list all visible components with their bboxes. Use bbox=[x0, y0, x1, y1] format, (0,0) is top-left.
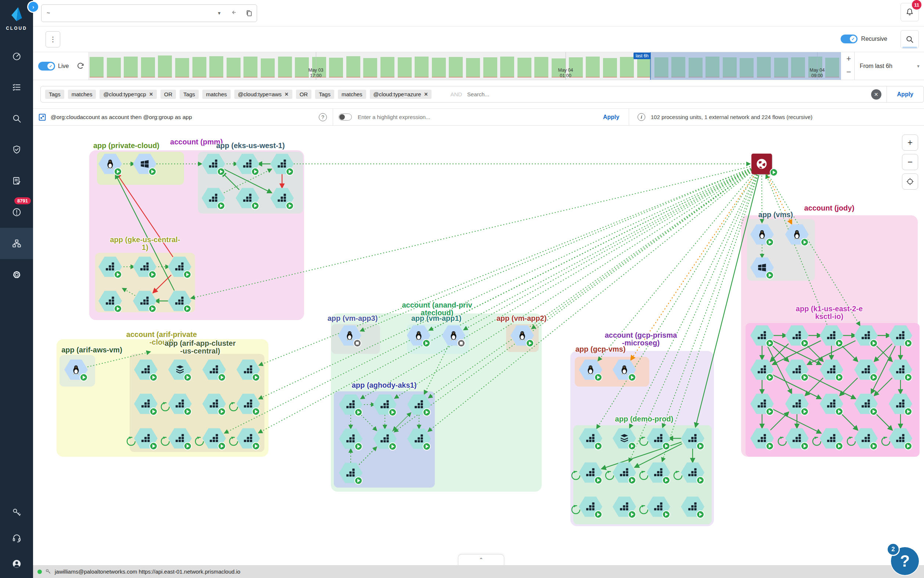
sidebar-item-reports[interactable] bbox=[0, 166, 33, 196]
chip-remove-icon[interactable]: ✕ bbox=[285, 91, 289, 97]
node-workload-arif-app-cluster-us-central[interactable] bbox=[202, 428, 226, 449]
node-workload-demo-prod[interactable] bbox=[647, 428, 670, 449]
node-workload-k1-us-east-2-e-ksctl-io[interactable] bbox=[785, 359, 809, 380]
node-workload-aghody-aks1[interactable] bbox=[407, 394, 431, 415]
node-linux-vm-app1[interactable] bbox=[407, 325, 430, 346]
sidebar-item-dashboard[interactable] bbox=[0, 41, 33, 71]
node-workload-k1-us-east-2-e-ksctl-io[interactable] bbox=[785, 428, 809, 449]
copy-button[interactable] bbox=[245, 9, 253, 17]
node-windows-vms[interactable] bbox=[750, 257, 774, 278]
node-workload-k1-us-east-2-e-ksctl-io[interactable] bbox=[785, 325, 809, 346]
canvas-zoom-in-button[interactable]: + bbox=[902, 135, 918, 151]
timeline-zoom-in-button[interactable]: + bbox=[843, 52, 854, 65]
node-workload-demo-prod[interactable] bbox=[681, 462, 704, 483]
refresh-button[interactable] bbox=[76, 61, 85, 71]
highlight-toggle[interactable] bbox=[338, 114, 352, 120]
node-workload-demo-prod[interactable] bbox=[647, 462, 670, 483]
query-apply-button[interactable]: Apply bbox=[603, 114, 619, 120]
node-stack-arif-app-cluster-us-central[interactable] bbox=[168, 359, 192, 380]
node-workload-demo-prod[interactable] bbox=[681, 428, 704, 449]
sidebar-item-investigate[interactable] bbox=[0, 103, 33, 134]
node-workload-aghody-aks1[interactable] bbox=[339, 429, 362, 449]
brand-logo[interactable]: CLOUD bbox=[6, 0, 27, 31]
node-workload-k1-us-east-2-e-ksctl-io[interactable] bbox=[750, 325, 774, 346]
filter-chip[interactable]: matches bbox=[68, 90, 96, 99]
sidebar-expand-button[interactable]: › bbox=[28, 2, 38, 12]
node-workload-gke-us-central-1[interactable] bbox=[133, 257, 157, 277]
node-linux-vm-app1[interactable] bbox=[442, 325, 465, 346]
node-workload-demo-prod[interactable] bbox=[681, 497, 704, 517]
internet-node[interactable] bbox=[751, 154, 772, 174]
node-workload-demo-prod[interactable] bbox=[579, 462, 602, 483]
node-workload-eks-us-west-1[interactable] bbox=[270, 154, 294, 174]
node-workload-k1-us-east-2-e-ksctl-io[interactable] bbox=[820, 359, 843, 380]
canvas-zoom-out-button[interactable]: − bbox=[902, 154, 918, 170]
node-workload-gke-us-central-1[interactable] bbox=[99, 257, 122, 277]
sidebar-item-inventory[interactable] bbox=[0, 71, 33, 103]
chip-remove-icon[interactable]: ✕ bbox=[424, 91, 428, 97]
node-linux-vm-app2[interactable] bbox=[510, 325, 534, 346]
node-workload-gke-us-central-1[interactable] bbox=[168, 291, 191, 311]
node-workload-arif-app-cluster-us-central[interactable] bbox=[134, 428, 157, 449]
node-workload-k1-us-east-2-e-ksctl-io[interactable] bbox=[750, 393, 774, 414]
node-workload-aghody-aks1[interactable] bbox=[407, 429, 431, 449]
help-button[interactable]: ? 2 bbox=[891, 547, 919, 575]
filter-chip[interactable]: OR bbox=[160, 90, 176, 99]
node-workload-gke-us-central-1[interactable] bbox=[99, 291, 122, 311]
node-workload-k1-us-east-2-e-ksctl-io[interactable] bbox=[854, 325, 878, 346]
recursive-toggle[interactable]: ✓ bbox=[841, 34, 858, 43]
node-workload-k1-us-east-2-e-ksctl-io[interactable] bbox=[854, 393, 878, 414]
filter-chip[interactable]: OR bbox=[296, 90, 312, 99]
node-workload-k1-us-east-2-e-ksctl-io[interactable] bbox=[854, 428, 878, 449]
node-linux-gcp-vms[interactable] bbox=[613, 359, 636, 380]
node-workload-arif-app-cluster-us-central[interactable] bbox=[202, 393, 226, 414]
node-stack-demo-prod[interactable] bbox=[613, 428, 636, 449]
node-workload-gke-us-central-1[interactable] bbox=[168, 257, 191, 277]
node-workload-k1-us-east-2-e-ksctl-io[interactable] bbox=[854, 359, 878, 380]
node-workload-k1-us-east-2-e-ksctl-io[interactable] bbox=[750, 359, 774, 380]
filter-value-chip[interactable]: @cloud:type=gcp✕ bbox=[100, 90, 157, 99]
notifications-button[interactable]: 11 bbox=[900, 3, 919, 21]
live-toggle[interactable]: ✓ bbox=[38, 62, 55, 71]
node-workload-demo-prod[interactable] bbox=[579, 428, 602, 449]
node-workload-aghody-aks1[interactable] bbox=[339, 463, 362, 483]
node-workload-arif-app-cluster-us-central[interactable] bbox=[236, 393, 260, 414]
filter-bar[interactable]: Tagsmatches@cloud:type=gcp✕ORTagsmatches… bbox=[40, 86, 924, 102]
node-linux-gcp-vms[interactable] bbox=[579, 359, 602, 380]
sidebar-item-profile[interactable] bbox=[0, 551, 33, 576]
more-options-button[interactable]: ⋮ bbox=[45, 31, 60, 47]
chip-remove-icon[interactable]: ✕ bbox=[149, 91, 153, 97]
sidebar-item-compliance[interactable] bbox=[0, 134, 33, 166]
node-workload-k1-us-east-2-e-ksctl-io[interactable] bbox=[785, 393, 809, 414]
filter-chip[interactable]: matches bbox=[338, 90, 366, 99]
graph-search-button[interactable] bbox=[900, 30, 919, 49]
saved-view-dropdown[interactable]: ~ ▼ bbox=[41, 5, 257, 22]
time-range-dropdown[interactable]: From last 6h ▼ bbox=[854, 52, 924, 80]
node-linux-vms[interactable] bbox=[750, 224, 774, 245]
filter-chip[interactable]: Tags bbox=[45, 90, 64, 99]
canvas-center-button[interactable] bbox=[902, 174, 918, 190]
node-linux-arif-aws-vm[interactable] bbox=[64, 359, 88, 380]
sidebar-item-support[interactable] bbox=[0, 525, 33, 551]
timeline-histogram[interactable]: May 0317:00May 0401:00May 0409:00 last 6… bbox=[88, 52, 841, 80]
node-workload-arif-app-cluster-us-central[interactable] bbox=[236, 428, 260, 449]
node-workload-k1-us-east-2-e-ksctl-io[interactable] bbox=[889, 393, 912, 414]
filter-chip[interactable]: Tags bbox=[180, 90, 199, 99]
node-workload-eks-us-west-1[interactable] bbox=[270, 188, 294, 208]
node-workload-eks-us-west-1[interactable] bbox=[236, 154, 259, 174]
node-workload-arif-app-cluster-us-central[interactable] bbox=[168, 428, 192, 449]
node-workload-k1-us-east-2-e-ksctl-io[interactable] bbox=[820, 393, 843, 414]
node-workload-k1-us-east-2-e-ksctl-io[interactable] bbox=[889, 359, 912, 380]
query-help-icon[interactable]: ? bbox=[319, 113, 327, 121]
node-workload-arif-app-cluster-us-central[interactable] bbox=[236, 359, 260, 380]
bottom-panel-expand-button[interactable]: ⌃ bbox=[458, 554, 504, 565]
highlight-expression-input[interactable] bbox=[358, 114, 563, 120]
node-linux-vms[interactable] bbox=[785, 224, 809, 245]
node-workload-arif-app-cluster-us-central[interactable] bbox=[134, 393, 157, 414]
query-expression[interactable]: @org:cloudaccount as account then @org:g… bbox=[51, 114, 192, 120]
node-workload-eks-us-west-1[interactable] bbox=[236, 188, 259, 208]
filter-value-chip[interactable]: @cloud:type=aws✕ bbox=[234, 90, 292, 99]
node-workload-k1-us-east-2-e-ksctl-io[interactable] bbox=[820, 325, 843, 346]
filter-chip[interactable]: matches bbox=[202, 90, 231, 99]
node-workload-aghody-aks1[interactable] bbox=[373, 429, 396, 449]
